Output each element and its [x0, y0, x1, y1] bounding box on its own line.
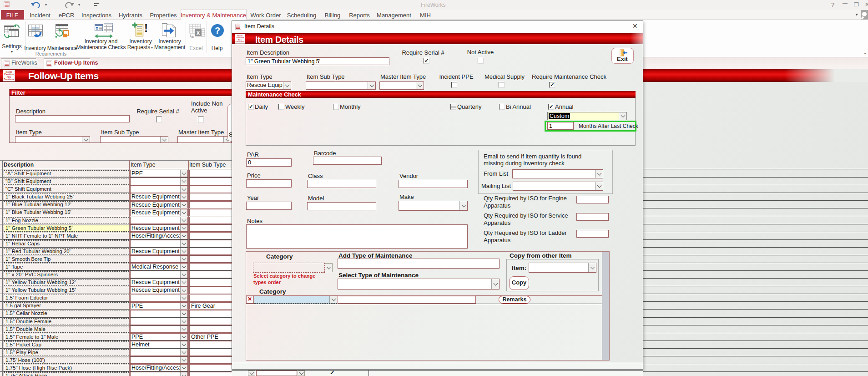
svg-text:Database: Database — [236, 41, 245, 43]
svg-text:!: ! — [144, 22, 148, 34]
svg-text:?: ? — [215, 25, 220, 36]
svg-text:X: X — [196, 30, 200, 36]
svg-text:Database: Database — [4, 78, 14, 81]
